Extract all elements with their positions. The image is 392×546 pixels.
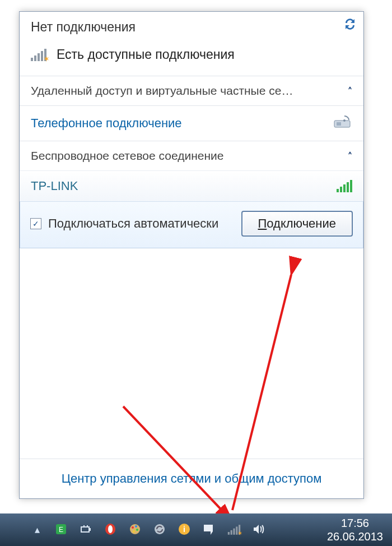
available-label: Есть доступные подключения bbox=[57, 47, 235, 62]
taskbar-clock[interactable]: 17:56 26.06.2013 bbox=[327, 516, 383, 543]
svg-text:E: E bbox=[59, 526, 63, 534]
svg-point-15 bbox=[133, 530, 135, 533]
signal-full-icon bbox=[337, 180, 352, 192]
connect-button-label: Подключение bbox=[258, 216, 337, 230]
tray-volume-icon[interactable] bbox=[252, 523, 265, 536]
section-dialup-vpn[interactable]: Удаленный доступ и виртуальные частные с… bbox=[20, 76, 363, 105]
tray-show-hidden-icon[interactable]: ▴ bbox=[30, 523, 44, 536]
tray-app-icon[interactable]: E bbox=[55, 523, 68, 536]
clock-date: 26.06.2013 bbox=[327, 530, 383, 543]
svg-point-2 bbox=[343, 119, 346, 122]
item-phone-connection[interactable]: Телефонное подключение bbox=[20, 105, 363, 141]
section-wireless[interactable]: Беспроводное сетевое соединение ˄ bbox=[20, 141, 363, 170]
section-dialup-label: Удаленный доступ и виртуальные частные с… bbox=[31, 84, 293, 98]
auto-connect-label: Подключаться автоматически bbox=[48, 216, 218, 232]
tray-sync-icon[interactable] bbox=[153, 523, 167, 536]
svg-rect-1 bbox=[337, 122, 341, 126]
svg-point-11 bbox=[130, 524, 140, 534]
clock-time: 17:56 bbox=[327, 516, 383, 530]
chevron-up-icon: ˄ bbox=[348, 151, 352, 161]
taskbar: ▴ E i bbox=[0, 513, 392, 546]
chevron-up-icon: ˄ bbox=[348, 86, 352, 96]
section-wireless-label: Беспроводное сетевое соединение bbox=[31, 149, 223, 163]
svg-point-12 bbox=[132, 526, 134, 529]
svg-point-14 bbox=[136, 529, 138, 531]
network-center-link[interactable]: Центр управления сетями и общим доступом bbox=[62, 471, 322, 485]
tray-power-icon[interactable] bbox=[80, 523, 93, 536]
wifi-selected-panel: ✓ Подключаться автоматически Подключение bbox=[20, 201, 363, 248]
svg-point-10 bbox=[108, 525, 113, 533]
svg-point-16 bbox=[155, 524, 165, 534]
system-tray: ▴ E i bbox=[30, 523, 265, 536]
checkbox-icon: ✓ bbox=[30, 218, 41, 229]
wifi-network-row[interactable]: TP-LINK bbox=[20, 170, 363, 201]
network-flyout: Нет подключения Есть доступные подключен… bbox=[19, 11, 364, 499]
svg-rect-8 bbox=[89, 528, 91, 531]
refresh-button[interactable] bbox=[343, 17, 357, 31]
modem-icon bbox=[333, 114, 352, 133]
tray-info-icon[interactable]: i bbox=[178, 523, 192, 536]
phone-connection-label: Телефонное подключение bbox=[31, 116, 182, 131]
signal-available-icon bbox=[31, 49, 46, 61]
svg-rect-7 bbox=[81, 527, 89, 532]
flyout-footer: Центр управления сетями и общим доступом bbox=[20, 459, 363, 498]
auto-connect-checkbox[interactable]: ✓ Подключаться автоматически bbox=[30, 216, 218, 232]
status-title: Нет подключения bbox=[31, 20, 352, 35]
connect-button[interactable]: Подключение bbox=[241, 211, 353, 237]
tray-paint-icon[interactable] bbox=[129, 523, 142, 536]
svg-point-13 bbox=[135, 525, 137, 528]
tray-action-center-icon[interactable] bbox=[203, 523, 216, 536]
available-connections-row: Есть доступные подключения bbox=[20, 36, 363, 76]
svg-text:i: i bbox=[183, 525, 185, 534]
tray-network-icon[interactable] bbox=[227, 523, 241, 536]
refresh-icon bbox=[343, 17, 357, 31]
wifi-network-name: TP-LINK bbox=[31, 179, 78, 193]
tray-opera-icon[interactable] bbox=[104, 523, 118, 536]
